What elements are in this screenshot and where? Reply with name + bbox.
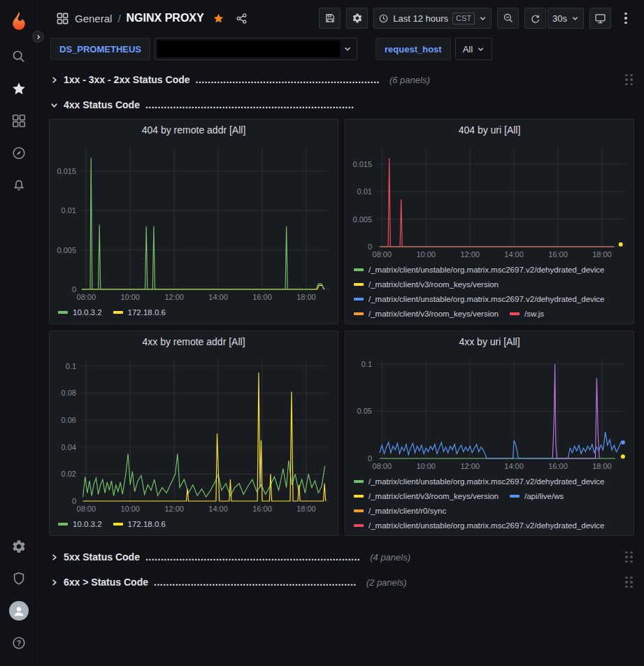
timeseries-plot[interactable]: 08:0010:0012:0014:0016:0018:0000.050.1 — [345, 352, 634, 472]
legend-label: /api/live/ws — [524, 492, 564, 500]
row-1xx-3xx-2xx[interactable]: 1xx - 3xx - 2xx Status Code ............… — [49, 67, 634, 92]
svg-text:0: 0 — [368, 242, 372, 251]
save-icon — [324, 13, 336, 24]
svg-text:14:00: 14:00 — [208, 293, 228, 301]
legend-item[interactable]: /_matrix/client/unstable/org.matrix.msc2… — [354, 291, 605, 306]
variable-value-request-host[interactable]: All — [455, 38, 492, 60]
legend-item[interactable]: /_matrix/client/v3/room_keys/version — [354, 277, 499, 291]
panel-title[interactable]: 4xx by remote addr [All] — [50, 331, 338, 352]
legend-swatch — [58, 523, 68, 526]
sidebar-item-configuration[interactable] — [0, 530, 38, 563]
panel-title[interactable]: 404 by remote addr [All] — [50, 120, 338, 140]
grafana-logo[interactable] — [0, 4, 38, 36]
main-area: General / NGINX PROXY — [38, 0, 644, 666]
refresh-interval-dropdown[interactable]: 30s — [548, 8, 584, 29]
svg-text:18:00: 18:00 — [592, 250, 612, 259]
legend-swatch — [58, 311, 68, 314]
row-title-leader: ........................................… — [145, 99, 355, 110]
timeseries-plot[interactable]: 08:0010:0012:0014:0016:0018:0000.0050.01… — [50, 140, 338, 303]
variable-label-ds-prometheus[interactable]: DS_PROMETHEUS — [50, 38, 150, 60]
row-drag-handle[interactable] — [625, 551, 633, 563]
bell-icon — [11, 178, 27, 193]
chevron-right-icon — [50, 553, 58, 561]
variables-bar: DS_PROMETHEUS request_host All — [38, 36, 644, 64]
legend-label: 10.0.3.2 — [73, 308, 102, 317]
svg-text:16:00: 16:00 — [252, 505, 272, 513]
row-6xx[interactable]: 6xx > Status Code ......................… — [49, 570, 634, 595]
legend-item[interactable]: /_matrix/client/r0/sync — [354, 503, 446, 518]
request-host-value: All — [463, 44, 473, 55]
chevron-right-icon — [50, 76, 58, 84]
timeseries-plot[interactable]: 08:0010:0012:0014:0016:0018:0000.0050.01… — [345, 140, 634, 261]
legend-item[interactable]: /_matrix/client/v3/room_keys/version — [354, 488, 499, 503]
legend-item[interactable]: /sw.js — [510, 306, 544, 321]
svg-text:16:00: 16:00 — [548, 250, 568, 259]
zoom-out-button[interactable] — [497, 8, 519, 29]
refresh-button[interactable] — [524, 8, 546, 29]
svg-text:0: 0 — [368, 454, 372, 463]
legend-item[interactable]: 172.18.0.6 — [113, 305, 166, 319]
row-5xx[interactable]: 5xx Status Code ........................… — [49, 544, 634, 570]
svg-text:16:00: 16:00 — [548, 462, 568, 470]
panel-title[interactable]: 404 by uri [All] — [345, 120, 634, 140]
sidebar-item-alerting[interactable] — [0, 169, 38, 201]
legend-item[interactable]: /_matrix/client/unstable/org.matrix.msc2… — [354, 518, 605, 533]
share-icon[interactable] — [236, 13, 248, 24]
dashboard-scroll-area[interactable]: 1xx - 3xx - 2xx Status Code ............… — [38, 64, 644, 666]
favorite-star-icon[interactable] — [213, 13, 224, 24]
sidebar-item-profile[interactable] — [0, 595, 38, 627]
sidebar-expand-button[interactable] — [32, 31, 44, 43]
legend-item[interactable]: 10.0.3.2 — [58, 516, 102, 531]
panel-title[interactable]: 4xx by uri [All] — [345, 331, 634, 352]
time-range-label: Last 12 hours — [393, 13, 448, 24]
gear-icon — [11, 539, 27, 554]
row-drag-handle[interactable] — [625, 74, 633, 86]
svg-text:08:00: 08:00 — [373, 462, 392, 470]
legend-item[interactable]: /_matrix/client/unstable/org.matrix.msc2… — [354, 474, 605, 488]
legend-item[interactable]: 10.0.3.2 — [58, 305, 102, 319]
panel-legend: /_matrix/client/unstable/org.matrix.msc2… — [345, 261, 634, 324]
svg-text:0.1: 0.1 — [362, 360, 372, 368]
legend-label: /_matrix/client/v3/room_keys/version — [368, 310, 499, 318]
page-title: NGINX PROXY — [127, 12, 204, 24]
variable-value-ds-prometheus[interactable] — [155, 38, 357, 60]
apps-grid-icon — [56, 12, 69, 25]
svg-text:12:00: 12:00 — [164, 505, 184, 513]
legend-item[interactable]: 172.18.0.6 — [113, 516, 166, 531]
breadcrumb-separator: / — [117, 13, 120, 24]
panel-legend: 10.0.3.2172.18.0.6 — [50, 303, 338, 324]
legend-label: /_matrix/client/r0/sync — [368, 507, 446, 515]
svg-text:12:00: 12:00 — [460, 462, 480, 470]
legend-item[interactable]: /api/live/ws — [510, 488, 564, 503]
svg-text:0: 0 — [72, 497, 76, 505]
sidebar-item-dashboards[interactable] — [0, 105, 38, 137]
legend-swatch — [113, 523, 123, 526]
save-dashboard-button[interactable] — [319, 8, 341, 29]
legend-item[interactable]: /_matrix/client/v3/room_keys/version — [354, 306, 499, 321]
sidebar-item-help[interactable]: ? — [0, 627, 38, 659]
timeseries-plot[interactable]: 08:0010:0012:0014:0016:0018:0000.020.040… — [50, 352, 338, 515]
sidebar-item-starred[interactable] — [0, 73, 38, 105]
sidebar-item-server-admin[interactable] — [0, 563, 38, 595]
variable-label-request-host[interactable]: request_host — [375, 38, 451, 60]
svg-text:16:00: 16:00 — [252, 293, 272, 301]
legend-label: /_matrix/client/unstable/org.matrix.msc2… — [368, 266, 605, 274]
legend-label: /_matrix/client/v3/room_keys/version — [368, 280, 499, 289]
svg-text:0.08: 0.08 — [62, 389, 76, 397]
row-panel-count: (4 panels) — [370, 552, 410, 563]
legend-label: /_matrix/client/unstable/org.matrix.msc2… — [368, 521, 605, 530]
breadcrumb-folder[interactable]: General — [75, 13, 112, 24]
time-range-picker[interactable]: Last 12 hours CST — [373, 8, 492, 29]
row-drag-handle[interactable] — [625, 577, 633, 588]
sidebar-item-explore[interactable] — [0, 137, 38, 169]
svg-text:08:00: 08:00 — [77, 505, 96, 513]
row-title-leader: ........................................… — [154, 577, 357, 588]
row-4xx[interactable]: 4xx Status Code ........................… — [49, 92, 634, 117]
more-options-kebab[interactable] — [617, 8, 635, 29]
dashboard-settings-button[interactable] — [346, 8, 368, 29]
sidebar-item-search[interactable] — [0, 41, 38, 73]
svg-text:14:00: 14:00 — [208, 505, 228, 513]
cycle-view-mode-button[interactable] — [589, 8, 611, 29]
svg-text:0.015: 0.015 — [352, 160, 372, 168]
legend-item[interactable]: /_matrix/client/unstable/org.matrix.msc2… — [354, 262, 605, 277]
